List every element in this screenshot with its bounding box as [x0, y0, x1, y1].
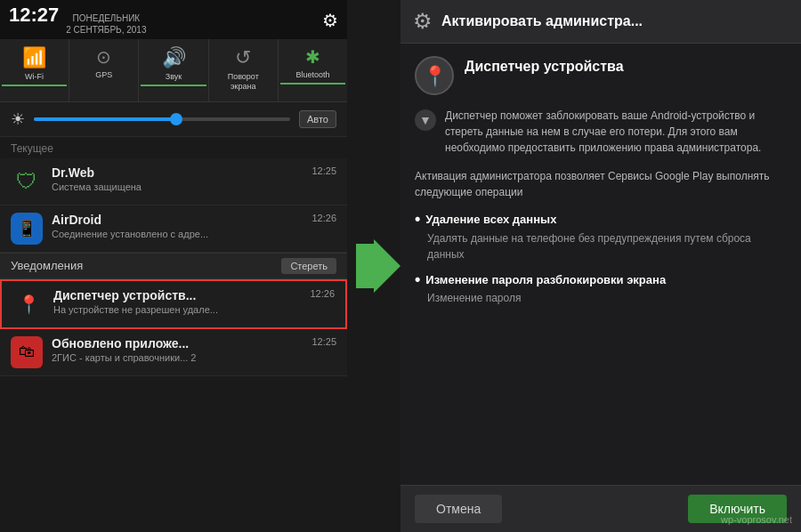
gear-icon[interactable]: ⚙: [322, 10, 338, 31]
current-section-label: Текущее: [0, 137, 347, 158]
wifi-icon: 📶: [22, 46, 46, 69]
device-manager-icon: 📍: [12, 288, 44, 320]
status-day: ПОНЕДЕЛЬНИК: [66, 12, 146, 24]
arrow-container: [347, 0, 400, 532]
brightness-slider[interactable]: [34, 117, 290, 121]
toggle-gps[interactable]: ⊙ GPS: [69, 39, 139, 101]
right-panel-footer: Отмена Включить: [400, 485, 801, 532]
green-arrow: [347, 239, 400, 293]
toggle-wifi[interactable]: 📶 Wi-Fi: [0, 39, 69, 101]
drweb-time: 12:25: [312, 165, 336, 176]
additional-notification[interactable]: 🛍 Обновлено приложе... 2ГИС - карты и сп…: [0, 329, 347, 376]
bullet-delete-label: Удаление всех данных: [425, 211, 556, 229]
brightness-thumb: [170, 113, 182, 125]
description-block: ▼ Диспетчер поможет заблокировать ваше A…: [415, 108, 787, 156]
status-bar: 12:27 ПОНЕДЕЛЬНИК 2 СЕНТЯБРЬ, 2013 ⚙: [0, 0, 347, 39]
right-header-icon: ⚙: [413, 9, 433, 34]
airdroid-title: AirDroid: [52, 213, 303, 227]
device-manager-notification[interactable]: 📍 Диспетчер устройств... На устройстве н…: [0, 279, 347, 329]
status-time: 12:27: [9, 5, 59, 25]
drweb-content: Dr.Web Система защищена: [52, 165, 303, 192]
arrow-head: [374, 239, 400, 293]
bullet-password-title: • Изменение пароля разблокировки экрана: [415, 271, 787, 289]
watermark: wp-voprosov.net: [721, 514, 792, 525]
cancel-button[interactable]: Отмена: [415, 495, 502, 523]
drweb-subtitle: Система защищена: [52, 181, 303, 192]
sound-underline: [141, 85, 206, 86]
additional-subtitle: 2ГИС - карты и справочники... 2: [52, 352, 303, 363]
bullet-dot-1: •: [415, 211, 420, 227]
right-panel-content: 📍 Диспетчер устройства ▼ Диспетчер помож…: [400, 44, 801, 485]
clear-notifications-button[interactable]: Стереть: [281, 258, 336, 274]
wifi-underline: [2, 85, 67, 86]
description-text: Диспетчер поможет заблокировать ваше And…: [445, 108, 787, 156]
notifications-header: Уведомления Стереть: [0, 253, 347, 279]
brightness-row: ☀ Авто: [0, 102, 347, 137]
additional-content: Обновлено приложе... 2ГИС - карты и спра…: [52, 336, 303, 363]
device-circle-icon: 📍: [415, 56, 454, 95]
activation-text: Активация администратора позволяет Серви…: [415, 168, 787, 200]
toggle-bluetooth[interactable]: ✱ Bluetooth: [279, 39, 347, 101]
bullet-password-label: Изменение пароля разблокировки экрана: [425, 271, 666, 289]
brightness-fill: [34, 117, 174, 121]
airdroid-notification[interactable]: 📱 AirDroid Соединение установлено с адре…: [0, 206, 347, 253]
drweb-icon: 🛡: [11, 165, 43, 197]
airdroid-icon: 📱: [11, 213, 43, 245]
gps-underline: [71, 83, 136, 85]
airdroid-content: AirDroid Соединение установлено с адре..…: [52, 213, 303, 239]
bullet-change-password: • Изменение пароля разблокировки экрана …: [415, 271, 787, 307]
device-manager-panel-title: Диспетчер устройства: [465, 56, 624, 77]
status-date: 2 СЕНТЯБРЬ, 2013: [66, 24, 146, 36]
bluetooth-underline: [280, 83, 345, 85]
device-manager-content: Диспетчер устройств... На устройстве не …: [53, 288, 301, 315]
airdroid-subtitle: Соединение установлено с адре...: [52, 229, 303, 239]
additional-time: 12:25: [312, 336, 336, 347]
additional-title: Обновлено приложе...: [52, 336, 303, 351]
additional-icon: 🛍: [11, 336, 43, 368]
bullet-password-desc: Изменение пароля: [415, 290, 787, 306]
notifications-label: Уведомления: [11, 259, 83, 272]
rotation-icon: ↺: [235, 46, 251, 69]
right-wrapper: ⚙ Активировать администра... 📍 Диспетчер…: [400, 0, 801, 532]
wifi-label: Wi-Fi: [25, 72, 44, 82]
bullet-delete-title: • Удаление всех данных: [415, 211, 787, 229]
right-header-title: Активировать администра...: [441, 13, 643, 29]
auto-brightness-button[interactable]: Авто: [299, 110, 336, 128]
device-manager-subtitle: На устройстве не разрешен удале...: [53, 304, 301, 315]
bullet-delete-desc: Удалять данные на телефоне без предупреж…: [415, 230, 787, 262]
bullet-delete-data: • Удаление всех данных Удалять данные на…: [415, 211, 787, 262]
sound-icon: 🔊: [162, 46, 186, 69]
gps-label: GPS: [95, 70, 112, 80]
bullet-dot-2: •: [415, 271, 420, 287]
quick-toggles: 📶 Wi-Fi ⊙ GPS 🔊 Звук ↺ Поворотэкрана ✱ B…: [0, 39, 347, 102]
right-panel: ⚙ Активировать администра... 📍 Диспетчер…: [400, 0, 801, 532]
rotation-label: Поворотэкрана: [228, 72, 259, 92]
expand-button[interactable]: ▼: [415, 109, 436, 131]
toggle-sound[interactable]: 🔊 Звук: [139, 39, 208, 101]
left-panel: 12:27 ПОНЕДЕЛЬНИК 2 СЕНТЯБРЬ, 2013 ⚙ 📶 W…: [0, 0, 347, 532]
device-manager-row: 📍 Диспетчер устройства: [415, 56, 787, 95]
bluetooth-label: Bluetooth: [295, 70, 329, 80]
airdroid-time: 12:26: [312, 213, 336, 223]
gps-icon: ⊙: [96, 46, 111, 68]
drweb-notification[interactable]: 🛡 Dr.Web Система защищена 12:25: [0, 158, 347, 206]
toggle-rotation[interactable]: ↺ Поворотэкрана: [209, 39, 279, 101]
drweb-title: Dr.Web: [52, 165, 303, 180]
sound-label: Звук: [166, 72, 182, 82]
rotation-underline: [211, 94, 276, 96]
bluetooth-icon: ✱: [305, 46, 320, 68]
right-panel-header: ⚙ Активировать администра...: [400, 0, 801, 44]
arrow-body: [356, 244, 374, 288]
device-manager-title: Диспетчер устройств...: [53, 288, 301, 302]
brightness-icon: ☀: [11, 109, 25, 129]
device-manager-time: 12:26: [310, 288, 335, 299]
